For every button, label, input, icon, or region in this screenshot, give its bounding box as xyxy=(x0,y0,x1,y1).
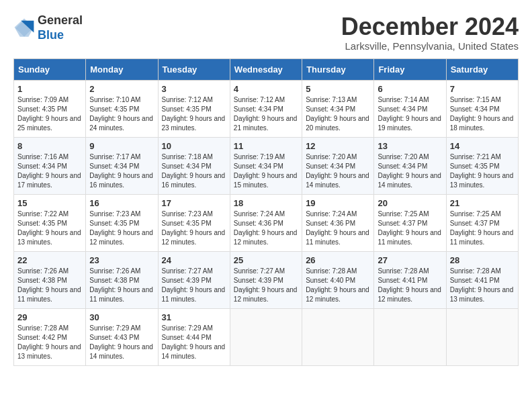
day-number: 8 xyxy=(17,141,82,151)
day-info: Sunrise: 7:28 AMSunset: 4:42 PMDaylight:… xyxy=(17,324,82,361)
day-info: Sunrise: 7:28 AMSunset: 4:41 PMDaylight:… xyxy=(450,267,515,304)
day-info: Sunrise: 7:21 AMSunset: 4:35 PMDaylight:… xyxy=(450,152,515,190)
day-info: Sunrise: 7:27 AMSunset: 4:39 PMDaylight:… xyxy=(234,267,298,304)
calendar-cell: 20Sunrise: 7:25 AMSunset: 4:37 PMDayligh… xyxy=(374,194,446,251)
day-number: 7 xyxy=(450,84,515,94)
calendar-week-row: 1Sunrise: 7:09 AMSunset: 4:35 PMDaylight… xyxy=(14,80,519,137)
day-number: 27 xyxy=(378,255,442,265)
day-info: Sunrise: 7:29 AMSunset: 4:43 PMDaylight:… xyxy=(89,324,154,361)
calendar-cell: 8Sunrise: 7:16 AMSunset: 4:34 PMDaylight… xyxy=(14,137,86,194)
calendar-cell: 15Sunrise: 7:22 AMSunset: 4:35 PMDayligh… xyxy=(14,194,86,251)
header-day-thursday: Thursday xyxy=(302,58,374,80)
calendar-cell: 22Sunrise: 7:26 AMSunset: 4:38 PMDayligh… xyxy=(14,251,86,308)
calendar-cell: 4Sunrise: 7:12 AMSunset: 4:34 PMDaylight… xyxy=(230,80,302,137)
day-info: Sunrise: 7:12 AMSunset: 4:34 PMDaylight:… xyxy=(234,95,298,133)
calendar-cell xyxy=(446,308,518,365)
day-number: 1 xyxy=(17,84,82,94)
day-info: Sunrise: 7:14 AMSunset: 4:34 PMDaylight:… xyxy=(378,95,442,133)
logo-text: General Blue xyxy=(38,13,83,42)
header-day-friday: Friday xyxy=(374,58,446,80)
day-number: 29 xyxy=(17,312,82,322)
calendar-cell: 11Sunrise: 7:19 AMSunset: 4:34 PMDayligh… xyxy=(230,137,302,194)
header: General Blue December 2024 Larksville, P… xyxy=(13,13,519,52)
day-number: 21 xyxy=(450,198,515,208)
day-info: Sunrise: 7:25 AMSunset: 4:37 PMDaylight:… xyxy=(450,210,515,247)
header-day-tuesday: Tuesday xyxy=(158,58,230,80)
calendar-cell: 9Sunrise: 7:17 AMSunset: 4:34 PMDaylight… xyxy=(86,137,158,194)
day-info: Sunrise: 7:23 AMSunset: 4:35 PMDaylight:… xyxy=(89,210,154,247)
day-number: 17 xyxy=(162,198,226,208)
day-number: 16 xyxy=(89,198,154,208)
calendar-cell: 21Sunrise: 7:25 AMSunset: 4:37 PMDayligh… xyxy=(446,194,518,251)
day-info: Sunrise: 7:15 AMSunset: 4:34 PMDaylight:… xyxy=(450,95,515,133)
day-info: Sunrise: 7:18 AMSunset: 4:34 PMDaylight:… xyxy=(162,152,226,190)
day-number: 11 xyxy=(234,141,298,151)
calendar-week-row: 22Sunrise: 7:26 AMSunset: 4:38 PMDayligh… xyxy=(14,251,519,308)
logo: General Blue xyxy=(13,13,83,42)
day-number: 31 xyxy=(162,312,226,322)
day-number: 4 xyxy=(234,84,298,94)
day-number: 12 xyxy=(306,141,370,151)
calendar-cell: 16Sunrise: 7:23 AMSunset: 4:35 PMDayligh… xyxy=(86,194,158,251)
day-number: 22 xyxy=(17,255,82,265)
header-day-monday: Monday xyxy=(86,58,158,80)
calendar-cell: 19Sunrise: 7:24 AMSunset: 4:36 PMDayligh… xyxy=(302,194,374,251)
day-number: 6 xyxy=(378,84,442,94)
calendar-cell: 5Sunrise: 7:13 AMSunset: 4:34 PMDaylight… xyxy=(302,80,374,137)
day-number: 3 xyxy=(162,84,226,94)
day-number: 9 xyxy=(89,141,154,151)
day-info: Sunrise: 7:24 AMSunset: 4:36 PMDaylight:… xyxy=(234,210,298,247)
calendar-cell: 23Sunrise: 7:26 AMSunset: 4:38 PMDayligh… xyxy=(86,251,158,308)
calendar-week-row: 29Sunrise: 7:28 AMSunset: 4:42 PMDayligh… xyxy=(14,308,519,365)
day-info: Sunrise: 7:22 AMSunset: 4:35 PMDaylight:… xyxy=(17,210,82,247)
day-number: 2 xyxy=(89,84,154,94)
calendar-week-row: 8Sunrise: 7:16 AMSunset: 4:34 PMDaylight… xyxy=(14,137,519,194)
calendar-cell: 10Sunrise: 7:18 AMSunset: 4:34 PMDayligh… xyxy=(158,137,230,194)
day-info: Sunrise: 7:27 AMSunset: 4:39 PMDaylight:… xyxy=(162,267,226,304)
day-number: 26 xyxy=(306,255,370,265)
header-day-wednesday: Wednesday xyxy=(230,58,302,80)
calendar-cell xyxy=(230,308,302,365)
day-number: 23 xyxy=(89,255,154,265)
header-day-sunday: Sunday xyxy=(14,58,86,80)
day-number: 24 xyxy=(162,255,226,265)
calendar-cell: 12Sunrise: 7:20 AMSunset: 4:34 PMDayligh… xyxy=(302,137,374,194)
day-info: Sunrise: 7:29 AMSunset: 4:44 PMDaylight:… xyxy=(162,324,226,361)
month-title: December 2024 xyxy=(341,13,519,40)
calendar-cell xyxy=(302,308,374,365)
calendar-cell: 13Sunrise: 7:20 AMSunset: 4:34 PMDayligh… xyxy=(374,137,446,194)
day-info: Sunrise: 7:28 AMSunset: 4:41 PMDaylight:… xyxy=(378,267,442,304)
day-info: Sunrise: 7:24 AMSunset: 4:36 PMDaylight:… xyxy=(306,210,370,247)
calendar-cell: 17Sunrise: 7:23 AMSunset: 4:35 PMDayligh… xyxy=(158,194,230,251)
calendar-cell: 31Sunrise: 7:29 AMSunset: 4:44 PMDayligh… xyxy=(158,308,230,365)
calendar-cell: 7Sunrise: 7:15 AMSunset: 4:34 PMDaylight… xyxy=(446,80,518,137)
calendar-cell: 14Sunrise: 7:21 AMSunset: 4:35 PMDayligh… xyxy=(446,137,518,194)
day-number: 13 xyxy=(378,141,442,151)
day-number: 5 xyxy=(306,84,370,94)
day-info: Sunrise: 7:17 AMSunset: 4:34 PMDaylight:… xyxy=(89,152,154,190)
day-number: 10 xyxy=(162,141,226,151)
day-number: 19 xyxy=(306,198,370,208)
day-number: 18 xyxy=(234,198,298,208)
day-info: Sunrise: 7:09 AMSunset: 4:35 PMDaylight:… xyxy=(17,95,82,133)
calendar-cell: 18Sunrise: 7:24 AMSunset: 4:36 PMDayligh… xyxy=(230,194,302,251)
calendar-cell xyxy=(374,308,446,365)
calendar-cell: 29Sunrise: 7:28 AMSunset: 4:42 PMDayligh… xyxy=(14,308,86,365)
calendar-cell: 28Sunrise: 7:28 AMSunset: 4:41 PMDayligh… xyxy=(446,251,518,308)
day-info: Sunrise: 7:13 AMSunset: 4:34 PMDaylight:… xyxy=(306,95,370,133)
calendar-cell: 24Sunrise: 7:27 AMSunset: 4:39 PMDayligh… xyxy=(158,251,230,308)
day-number: 14 xyxy=(450,141,515,151)
day-info: Sunrise: 7:19 AMSunset: 4:34 PMDaylight:… xyxy=(234,152,298,190)
day-number: 28 xyxy=(450,255,515,265)
calendar-cell: 2Sunrise: 7:10 AMSunset: 4:35 PMDaylight… xyxy=(86,80,158,137)
header-day-saturday: Saturday xyxy=(446,58,518,80)
day-info: Sunrise: 7:12 AMSunset: 4:35 PMDaylight:… xyxy=(162,95,226,133)
day-info: Sunrise: 7:23 AMSunset: 4:35 PMDaylight:… xyxy=(162,210,226,247)
calendar-cell: 3Sunrise: 7:12 AMSunset: 4:35 PMDaylight… xyxy=(158,80,230,137)
calendar-header-row: SundayMondayTuesdayWednesdayThursdayFrid… xyxy=(14,58,519,80)
day-info: Sunrise: 7:20 AMSunset: 4:34 PMDaylight:… xyxy=(306,152,370,190)
day-info: Sunrise: 7:25 AMSunset: 4:37 PMDaylight:… xyxy=(378,210,442,247)
calendar-cell: 25Sunrise: 7:27 AMSunset: 4:39 PMDayligh… xyxy=(230,251,302,308)
calendar-cell: 1Sunrise: 7:09 AMSunset: 4:35 PMDaylight… xyxy=(14,80,86,137)
day-info: Sunrise: 7:26 AMSunset: 4:38 PMDaylight:… xyxy=(89,267,154,304)
